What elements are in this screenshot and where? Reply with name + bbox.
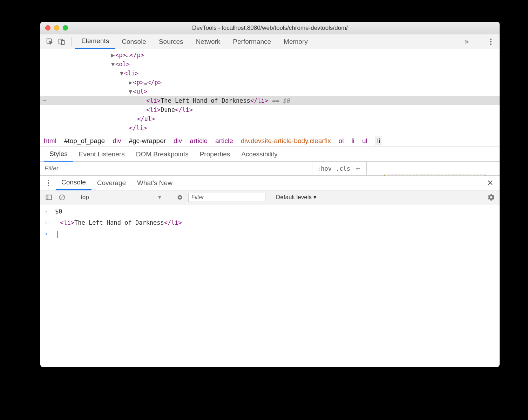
breadcrumb-item[interactable]: article [190, 137, 208, 145]
styles-filter-bar: :hov .cls ＋ [40, 162, 500, 176]
separator [71, 37, 72, 46]
close-window-button[interactable] [45, 25, 50, 31]
dom-node[interactable]: <li>Dune</li> [40, 105, 500, 114]
live-expression-icon[interactable] [175, 192, 185, 202]
box-model-pane [366, 162, 500, 175]
breadcrumb-item[interactable]: li [375, 136, 382, 145]
subtab-properties[interactable]: Properties [194, 147, 236, 162]
svg-rect-2 [61, 40, 64, 45]
context-select[interactable]: top▾ [77, 194, 165, 201]
svg-rect-3 [46, 195, 52, 199]
console-line: ›$0 [40, 206, 500, 217]
device-toggle-icon[interactable] [56, 36, 68, 48]
dom-node[interactable]: </li> [40, 123, 500, 133]
console-settings-icon[interactable] [486, 192, 496, 202]
dom-node[interactable]: ▼<ul> [40, 87, 500, 96]
console-prompt[interactable]: › [40, 228, 500, 239]
minimize-window-button[interactable] [54, 25, 59, 31]
box-model-outline [384, 175, 486, 176]
separator [479, 37, 479, 46]
styles-panel-tabs: StylesEvent ListenersDOM BreakpointsProp… [40, 147, 500, 162]
breadcrumb-item[interactable]: div.devsite-article-body.clearfix [241, 137, 331, 145]
hov-toggle[interactable]: :hov [317, 165, 332, 172]
drawer-tab-console[interactable]: Console [56, 176, 92, 190]
console-filter-input[interactable] [188, 193, 265, 202]
breadcrumb-item[interactable]: ol [339, 137, 344, 145]
drawer-tab-what-s-new[interactable]: What's New [131, 176, 178, 190]
dom-node[interactable]: ▶<p>…</p> [40, 50, 500, 60]
dom-node[interactable]: ▶<p>…</p> [40, 78, 500, 87]
clear-console-icon[interactable] [57, 192, 67, 202]
breadcrumb-item[interactable]: #top_of_page [64, 137, 105, 145]
subtab-styles[interactable]: Styles [44, 147, 73, 162]
console-output[interactable]: ›$0‹·<li>The Left Hand of Darkness</li>› [40, 204, 500, 367]
tab-sources[interactable]: Sources [153, 34, 190, 49]
dom-node[interactable]: ▼<li> [40, 69, 500, 78]
zoom-window-button[interactable] [63, 25, 68, 31]
add-rule-button[interactable]: ＋ [354, 164, 361, 173]
breadcrumb-item[interactable]: #gc-wrapper [129, 137, 166, 145]
sidebar-toggle-icon[interactable] [44, 192, 54, 202]
log-levels-select[interactable]: Default levels ▾ [276, 194, 317, 201]
traffic-lights [40, 25, 68, 31]
console-line: ‹·<li>The Left Hand of Darkness</li> [40, 217, 500, 228]
main-tabs: ElementsConsoleSourcesNetworkPerformance… [40, 34, 500, 49]
tab-performance[interactable]: Performance [226, 34, 277, 49]
tab-elements[interactable]: Elements [75, 34, 115, 49]
breadcrumb-item[interactable]: article [215, 137, 233, 145]
console-toolbar: top▾ Default levels ▾ [40, 190, 500, 204]
drawer-kebab-icon[interactable] [43, 178, 54, 188]
breadcrumb-item[interactable]: ul [362, 137, 367, 145]
breadcrumb-item[interactable]: html [44, 137, 56, 145]
more-tabs-icon[interactable]: » [461, 36, 473, 48]
close-drawer-button[interactable]: ✕ [483, 178, 497, 188]
drawer-tab-coverage[interactable]: Coverage [92, 176, 131, 190]
tab-console[interactable]: Console [115, 34, 153, 49]
breadcrumb-item[interactable]: div [174, 137, 182, 145]
settings-kebab-icon[interactable] [486, 36, 496, 47]
styles-filter-input[interactable] [40, 162, 312, 175]
breadcrumb-item[interactable]: div [113, 137, 121, 145]
separator [72, 193, 72, 202]
styles-tools: :hov .cls ＋ [312, 162, 366, 175]
svg-line-6 [60, 196, 64, 199]
titlebar: DevTools - localhost:8080/web/tools/chro… [40, 22, 500, 34]
elements-dom-tree[interactable]: ▶<p>…</p>▼<ol>▼<li>▶<p>…</p>▼<ul><li>The… [40, 49, 500, 135]
dom-node[interactable]: </ul> [40, 114, 500, 123]
cls-toggle[interactable]: .cls [336, 165, 350, 172]
dom-node[interactable]: <li>The Left Hand of Darkness</li> == $0 [40, 96, 500, 105]
inspect-icon[interactable] [44, 36, 56, 48]
separator [170, 193, 170, 202]
breadcrumb-item[interactable]: li [351, 137, 354, 145]
drawer-tabs: ConsoleCoverageWhat's New ✕ [40, 176, 500, 190]
dom-node[interactable]: ▼<ol> [40, 60, 500, 69]
tab-memory[interactable]: Memory [277, 34, 314, 49]
window-title: DevTools - localhost:8080/web/tools/chro… [40, 25, 500, 32]
subtab-accessibility[interactable]: Accessibility [236, 147, 283, 162]
svg-point-8 [179, 196, 181, 198]
tab-network[interactable]: Network [190, 34, 227, 49]
subtab-dom-breakpoints[interactable]: DOM Breakpoints [130, 147, 194, 162]
dom-breadcrumb: html#top_of_pagediv#gc-wrapperdivarticle… [40, 135, 500, 147]
subtab-event-listeners[interactable]: Event Listeners [73, 147, 130, 162]
devtools-window: DevTools - localhost:8080/web/tools/chro… [40, 22, 500, 367]
